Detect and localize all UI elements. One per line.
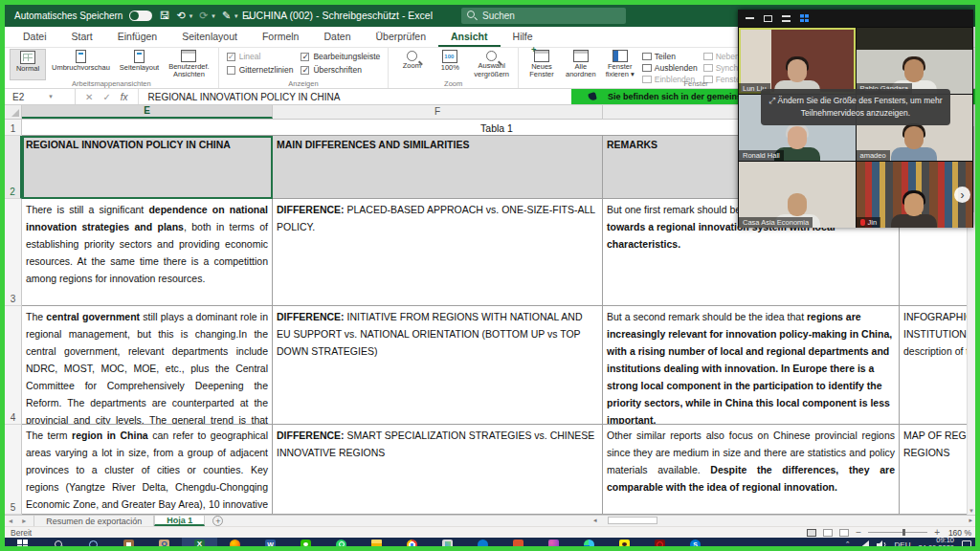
zoom-out-icon[interactable]: − <box>856 527 861 538</box>
zoom-slider-thumb[interactable] <box>902 529 905 536</box>
ribbon-tab-daten[interactable]: Daten <box>311 27 363 47</box>
cell-E3[interactable]: There is still a significant dependence … <box>22 199 273 306</box>
grid-view-icon[interactable] <box>800 14 809 22</box>
action-center-icon[interactable] <box>962 540 971 549</box>
speaker-icon[interactable] <box>877 540 887 549</box>
horizontal-scrollbar[interactable]: ◂ ▸ <box>590 516 975 525</box>
pen-icon[interactable]: ✎ <box>222 11 231 21</box>
clock[interactable]: 09:10 24.06.2020 <box>918 537 954 551</box>
cell-F5[interactable]: DIFFERENCE: SMART SPECIALIZATION STRATEG… <box>273 425 603 515</box>
window-button-2[interactable]: Fenster fixieren ▾ <box>602 49 638 80</box>
cell-H4[interactable]: INFOGRAPHICINSTITUTIONSdescription of th <box>900 306 972 425</box>
participant-tile-lun[interactable]: Lun Liu <box>739 28 856 94</box>
cell-E5[interactable]: The term region in China can refer to ge… <box>22 425 273 515</box>
taskbar-outlook-icon[interactable] <box>146 538 182 551</box>
sheet-tab-resumen-de-exportación[interactable]: Resumen de exportación <box>33 516 154 526</box>
ribbon-tab-datei[interactable]: Datei <box>11 27 59 47</box>
window-button-0[interactable]: Neues Fenster <box>523 49 560 80</box>
name-box[interactable]: E2 ▾ <box>5 89 76 104</box>
minimize-icon[interactable] <box>746 17 754 19</box>
taskbar-edge-icon[interactable] <box>571 538 607 551</box>
taskbar-whatsapp-icon[interactable] <box>323 538 359 551</box>
taskbar-firefox-icon[interactable] <box>217 538 253 551</box>
taskbar-excel-icon[interactable] <box>182 538 217 551</box>
ribbon-tab-einfügen[interactable]: Einfügen <box>105 27 169 47</box>
page-break-view-icon[interactable] <box>839 529 849 537</box>
insert-function-icon[interactable]: fx <box>121 92 128 102</box>
add-sheet-button[interactable]: + <box>212 516 223 526</box>
pen-caret[interactable]: ▾ <box>234 12 238 20</box>
ribbon-tab-seitenlayout[interactable]: Seitenlayout <box>169 27 250 47</box>
ribbon-tab-hilfe[interactable]: Hilfe <box>501 27 546 47</box>
cell-F4[interactable]: DIFFERENCE: INITIATIVE FROM REGIONS WITH… <box>273 306 603 425</box>
row-header-4[interactable]: 4 <box>5 306 22 425</box>
cell-F2[interactable]: MAIN DIFFERENCES AND SIMILARITIES <box>273 136 603 199</box>
taskbar-maps-icon[interactable] <box>465 538 501 551</box>
language-indicator[interactable]: DEU <box>895 540 911 549</box>
column-header-E[interactable]: E <box>22 105 273 119</box>
taskbar-kakaotalk-icon[interactable] <box>607 538 642 551</box>
row-header-1[interactable]: 1 <box>5 120 22 136</box>
taskbar-photos-icon[interactable] <box>430 538 465 551</box>
tray-chevron-icon[interactable]: ⌃ <box>845 540 851 548</box>
scroll-left-icon[interactable]: ◂ <box>590 517 600 524</box>
checkbox-gitternetzlinien[interactable]: Gitternetzlinien <box>227 65 294 75</box>
save-icon[interactable]: 🖫 <box>159 11 169 21</box>
cell-E4[interactable]: The central government still plays a dom… <box>22 306 273 425</box>
view-button-3[interactable]: Benutzerdef. Ansichten <box>165 49 213 80</box>
select-all-corner[interactable] <box>5 105 22 119</box>
row-header-2[interactable]: 2 <box>5 136 22 199</box>
rows-view-icon[interactable] <box>782 15 791 22</box>
cell-E2[interactable]: REGIONAL INNOVATION POLICY IN CHINA <box>22 136 273 199</box>
taskbar-wechat-icon[interactable] <box>288 538 323 551</box>
zoom-slider[interactable] <box>868 532 927 533</box>
window-small-teilen[interactable]: Teilen <box>642 52 698 61</box>
horizontal-scroll-track[interactable] <box>600 517 967 524</box>
checkbox-überschriften[interactable]: Überschriften <box>301 65 380 75</box>
undo-caret[interactable]: ▾ <box>189 12 193 20</box>
ribbon-tab-formeln[interactable]: Formeln <box>250 27 312 47</box>
ribbon-tab-start[interactable]: Start <box>59 27 105 47</box>
view-button-1[interactable]: Umbruchvorschau <box>48 49 114 80</box>
view-button-2[interactable]: Seitenlayout <box>116 49 163 80</box>
scroll-right-icon[interactable]: ▸ <box>966 517 975 524</box>
taskbar-acrobat-icon[interactable] <box>642 538 678 551</box>
taskbar-onenote-icon[interactable] <box>501 538 536 551</box>
name-box-caret-icon[interactable]: ▾ <box>49 93 53 100</box>
undo-icon[interactable]: ⟲ <box>176 11 185 21</box>
row-header-5[interactable]: 5 <box>5 425 22 515</box>
search-input[interactable]: Suchen <box>461 8 626 24</box>
taskbar-skype-icon[interactable] <box>678 538 713 551</box>
zoom-button-2[interactable]: Auswahl vergrößern <box>470 49 513 80</box>
taskbar-chrome-icon[interactable] <box>394 538 430 551</box>
scroll-down-icon[interactable]: ▼ <box>968 508 975 514</box>
ribbon-tab-überprüfen[interactable]: Überprüfen <box>364 27 439 47</box>
taskbar-search-icon[interactable] <box>40 538 76 551</box>
window-button-1[interactable]: Alle anordnen <box>562 49 600 80</box>
sheet-tab-hoja-1[interactable]: Hoja 1 <box>154 516 205 526</box>
autosave-toggle[interactable] <box>129 11 152 21</box>
horizontal-scroll-thumb[interactable] <box>608 517 657 524</box>
column-header-F[interactable]: F <box>273 105 603 119</box>
page-layout-view-icon[interactable] <box>823 529 833 537</box>
taskbar-paint3d-icon[interactable] <box>536 538 571 551</box>
cell-H5[interactable]: MAP OF REGIOREGIONS <box>900 425 972 515</box>
row-header-3[interactable]: 3 <box>5 199 22 306</box>
checkbox-lineal[interactable]: Lineal <box>227 52 294 61</box>
taskbar-store-icon[interactable] <box>111 538 146 551</box>
cell-G4[interactable]: But a second remark should be the idea t… <box>603 306 900 425</box>
ribbon-tab-ansicht[interactable]: Ansicht <box>438 27 501 47</box>
video-conference-window[interactable]: Lun LiuPablo GándaraRonald HallamadeoCas… <box>738 10 973 228</box>
network-icon[interactable] <box>858 540 869 549</box>
taskbar-start-icon[interactable] <box>5 538 40 551</box>
participant-tile-pablo[interactable]: Pablo Gándara <box>857 28 973 94</box>
taskbar-word-icon[interactable] <box>253 538 288 551</box>
formula-input[interactable]: REGIONAL INNOVATION POLICY IN CHINA <box>139 92 341 102</box>
zoom-button-0[interactable]: Zoom <box>393 49 430 80</box>
normal-view-icon[interactable] <box>807 529 816 537</box>
participant-tile-casa[interactable]: Casa Asia Economia <box>739 162 856 228</box>
cell-F3[interactable]: DIFFERENCE: PLACED-BASED APPROACH vs. ON… <box>273 199 603 306</box>
next-participants-button[interactable]: › <box>954 187 970 203</box>
sheet-nav-arrows[interactable]: ◂ ▸ <box>5 517 33 525</box>
checkbox-bearbeitungsleiste[interactable]: Bearbeitungsleiste <box>301 52 380 61</box>
